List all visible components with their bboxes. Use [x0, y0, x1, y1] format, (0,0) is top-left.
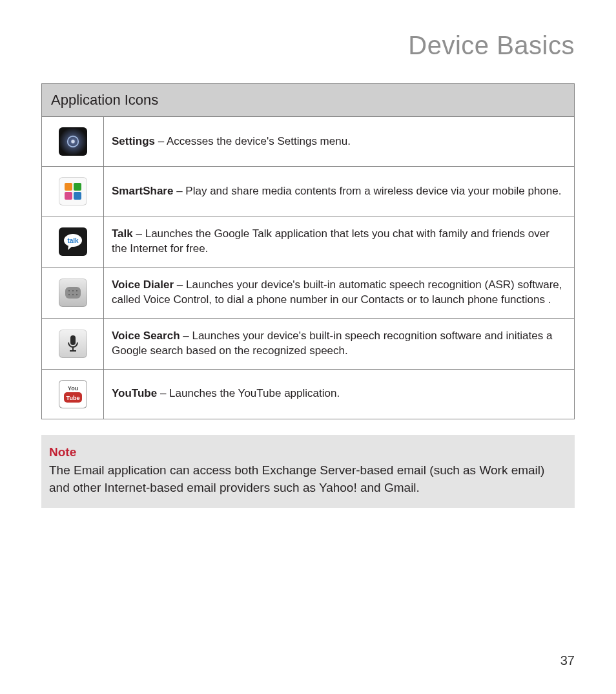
- page-title: Device Basics: [41, 31, 575, 60]
- svg-rect-16: [72, 347, 74, 350]
- svg-rect-15: [70, 335, 76, 345]
- svg-rect-8: [65, 287, 81, 299]
- row-description: Voice Search – Launches your device's bu…: [104, 318, 575, 369]
- svg-text:Tube: Tube: [66, 395, 79, 401]
- youtube-icon: You Tube: [59, 380, 87, 408]
- row-description: Settings – Accesses the device's Setting…: [104, 117, 575, 167]
- svg-point-12: [68, 294, 70, 295]
- svg-point-14: [76, 294, 77, 295]
- svg-point-10: [72, 290, 74, 291]
- svg-point-13: [72, 294, 74, 295]
- table-row: talk Talk – Launches the Google Talk app…: [42, 216, 575, 268]
- note-label: Note: [49, 444, 567, 461]
- svg-point-9: [68, 290, 70, 291]
- table-row: Voice Search – Launches your device's bu…: [42, 318, 575, 369]
- svg-rect-5: [74, 192, 81, 200]
- voice-search-icon: [59, 330, 87, 358]
- table-row: Voice Dialer – Launches your device's bu…: [42, 267, 575, 318]
- svg-text:You: You: [67, 385, 77, 392]
- app-name: Voice Dialer: [112, 279, 174, 291]
- row-description: YouTube – Launches the YouTube applicati…: [104, 369, 575, 419]
- svg-rect-17: [70, 350, 76, 352]
- table-header: Application Icons: [42, 84, 575, 117]
- table-row: You Tube YouTube – Launches the YouTube …: [42, 369, 575, 419]
- voice-dialer-icon: [59, 279, 87, 307]
- application-icons-table: Application Icons Settings – Accesses th…: [41, 83, 575, 419]
- settings-icon: [59, 127, 87, 156]
- svg-rect-4: [65, 192, 72, 200]
- talk-icon: talk: [59, 227, 87, 256]
- app-name: Settings: [112, 135, 155, 147]
- smartshare-icon: [59, 177, 87, 205]
- svg-rect-2: [65, 183, 72, 191]
- table-row: Settings – Accesses the device's Setting…: [42, 117, 575, 167]
- svg-point-11: [76, 290, 77, 291]
- table-row: SmartShare – Play and share media conten…: [42, 167, 575, 216]
- app-name: SmartShare: [112, 185, 173, 197]
- note-text: The Email application can access both Ex…: [49, 463, 544, 494]
- svg-point-1: [71, 140, 75, 143]
- row-description: Talk – Launches the Google Talk applicat…: [104, 216, 575, 268]
- app-name: YouTube: [112, 387, 157, 399]
- row-description: Voice Dialer – Launches your device's bu…: [104, 267, 575, 318]
- page-number: 37: [560, 653, 575, 668]
- svg-rect-3: [74, 183, 81, 191]
- svg-text:talk: talk: [67, 237, 79, 244]
- app-name: Voice Search: [112, 330, 180, 342]
- app-name: Talk: [112, 227, 133, 240]
- note-box: Note The Email application can access bo…: [41, 435, 575, 509]
- row-description: SmartShare – Play and share media conten…: [104, 167, 575, 216]
